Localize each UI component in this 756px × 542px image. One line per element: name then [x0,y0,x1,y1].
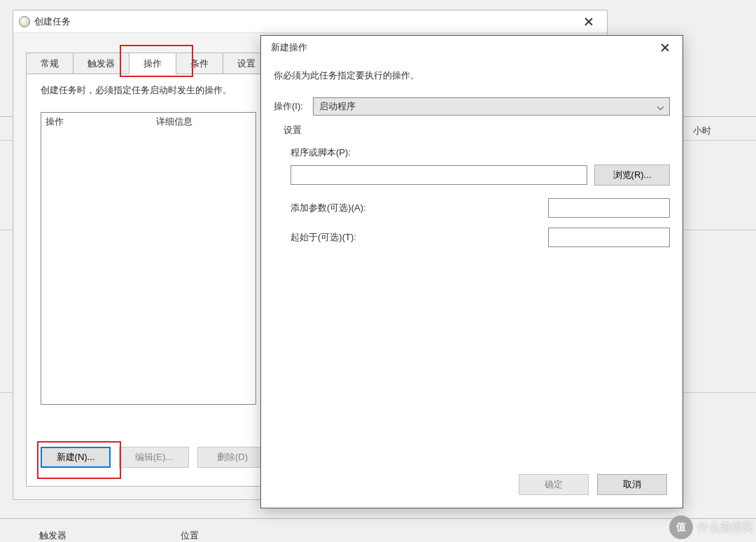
watermark-badge-icon: 值 [669,515,693,539]
new-action-titlebar[interactable]: 新建操作 [261,36,682,60]
browse-button[interactable]: 浏览(R)... [594,165,670,186]
program-script-label: 程序或脚本(P): [290,146,670,159]
action-type-label: 操作(I): [274,100,303,113]
add-arguments-input[interactable] [548,198,670,218]
create-task-title: 创建任务 [34,15,71,28]
action-type-select[interactable]: 启动程序 [313,97,670,116]
actions-col-action[interactable]: 操作 [41,116,153,128]
watermark-text: 什么值得买 [697,520,753,535]
edit-action-button: 编辑(E)... [119,447,189,468]
actions-buttons-row: 新建(N)... 编辑(E)... 删除(D) [41,447,267,468]
add-arguments-label: 添加参数(可选)(A): [290,202,366,214]
ok-button: 确定 [519,474,589,495]
create-task-tabs: 常规 触发器 操作 条件 设置 [26,53,270,74]
new-action-button[interactable]: 新建(N)... [41,447,111,468]
program-script-input[interactable] [290,165,587,185]
tab-actions[interactable]: 操作 [129,53,176,74]
tab-general[interactable]: 常规 [26,53,74,74]
bg-trigger-label: 触发器 [39,529,66,542]
close-icon [584,18,593,26]
clock-icon [19,16,30,27]
tab-triggers[interactable]: 触发器 [73,53,130,74]
actions-list-header: 操作 详细信息 [41,113,255,131]
new-action-dialog: 新建操作 你必须为此任务指定要执行的操作。 操作(I): 启动程序 设置 程序或… [260,35,683,508]
tab-conditions[interactable]: 条件 [176,53,223,74]
bg-location-label: 位置 [181,529,199,542]
chevron-down-icon [657,103,664,110]
action-type-value: 启动程序 [319,100,356,113]
delete-action-button: 删除(D) [197,447,267,468]
settings-group-label: 设置 [284,124,670,137]
new-action-title: 新建操作 [271,41,307,54]
create-task-titlebar[interactable]: 创建任务 [13,11,607,33]
cancel-button[interactable]: 取消 [597,474,667,495]
create-task-close-button[interactable] [573,12,604,32]
new-action-footer: 确定 取消 [519,474,667,495]
close-icon [661,43,669,52]
start-in-input[interactable] [548,228,670,247]
new-action-description: 你必须为此任务指定要执行的操作。 [274,69,670,82]
new-action-close-button[interactable] [649,37,681,58]
actions-col-detail[interactable]: 详细信息 [153,116,255,128]
bg-hour-label: 小时 [693,125,711,137]
actions-listview[interactable]: 操作 详细信息 [41,112,256,405]
watermark: 值 什么值得买 [669,515,753,539]
start-in-label: 起始于(可选)(T): [290,231,356,244]
